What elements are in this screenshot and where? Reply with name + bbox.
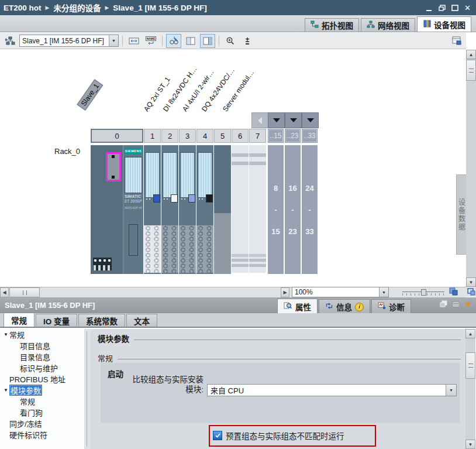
hscroll-thumb[interactable] (9, 287, 40, 297)
scroll-down-icon[interactable]: ▼ (466, 277, 476, 287)
slot-header-1[interactable]: 1 (144, 129, 161, 143)
scroll-left-icon[interactable]: ◀ (0, 287, 9, 297)
tree-item[interactable]: ▼模块参数 (0, 385, 84, 396)
breadcrumb-item[interactable]: 未分组的设备 (53, 2, 101, 13)
maximize-icon[interactable] (451, 5, 458, 11)
properties-sub-tab[interactable]: IO 变量 (36, 314, 77, 327)
restore-zoom-icon[interactable] (448, 286, 458, 297)
tree-item[interactable]: 硬件标识符 (0, 429, 84, 440)
fit-to-window-icon[interactable] (466, 287, 476, 297)
inspector-tab-properties[interactable]: 属性 (277, 299, 318, 314)
slot-group-header[interactable]: ..15 (268, 129, 284, 143)
io-module-slot4[interactable] (196, 145, 213, 274)
go-to-network-view-icon[interactable] (2, 34, 18, 48)
view-tab-network[interactable]: 网络视图 (361, 18, 415, 32)
module-led-block (181, 195, 187, 201)
expand-slot-group-icon[interactable] (302, 112, 319, 128)
vscroll-thumb[interactable] (465, 352, 475, 379)
scroll-down-icon[interactable]: ▼ (465, 440, 475, 449)
slot-group-column[interactable]: 16-23 (285, 145, 301, 274)
device-selector-dropdown[interactable]: Slave_1 [IM 155-6 DP HF] ▼ (19, 35, 119, 47)
empty-slot-6[interactable] (232, 145, 249, 273)
inspector-tab-label: 属性 (295, 301, 311, 313)
io-module-slot1[interactable] (144, 145, 161, 274)
io-module-slot3[interactable] (179, 145, 196, 274)
slot-group-header[interactable]: ..23 (285, 129, 301, 143)
slot-group-from: 24 (305, 184, 313, 193)
chevron-down-icon[interactable]: ▼ (379, 287, 388, 297)
vscroll-thumb[interactable] (466, 60, 476, 81)
show-names-icon[interactable]: NAME (143, 34, 158, 48)
save-window-layout-icon[interactable] (449, 34, 464, 48)
slot-header-2[interactable]: 2 (161, 129, 178, 143)
tree-expander-icon[interactable]: ▼ (2, 332, 9, 337)
slot-header-7[interactable]: 7 (249, 129, 266, 143)
compare-config-dropdown[interactable]: 来自 CPU ▼ (207, 384, 457, 396)
slot-group-from: 8 (274, 184, 278, 193)
module-label[interactable]: Slave_1 (77, 79, 103, 111)
slot-group-column[interactable]: 24-33 (302, 145, 318, 274)
inspector-tab-info[interactable]: 信息i (319, 299, 370, 314)
im-module-slot0[interactable]: SIEMENS SIMATIC ET 200SP IM155-6DP HF (91, 145, 143, 274)
tree-item[interactable]: 标识与维护 (0, 362, 84, 373)
tree-expander-icon[interactable]: ▼ (2, 388, 9, 393)
slot-header-5[interactable]: 5 (214, 129, 231, 143)
float-panel-icon[interactable] (440, 300, 447, 309)
scroll-up-icon[interactable]: ▲ (466, 50, 476, 59)
run-on-mismatch-checkbox[interactable] (213, 431, 222, 440)
compare-config-value: 来自 CPU (208, 385, 446, 396)
restore-icon[interactable] (438, 5, 446, 11)
tree-item[interactable]: PROFIBUS 地址 (0, 373, 84, 385)
show-labels-icon[interactable] (166, 34, 181, 48)
zoom-slider-thumb[interactable] (421, 289, 426, 296)
chevron-down-icon[interactable]: ▼ (109, 35, 118, 46)
properties-sub-tab[interactable]: 常规 (4, 313, 35, 327)
zoom-slider[interactable] (402, 289, 444, 295)
properties-sub-tab[interactable]: 文本 (126, 314, 157, 327)
scroll-right-icon[interactable]: ▶ (281, 287, 289, 297)
tree-item[interactable]: 看门狗 (0, 407, 84, 418)
empty-slot-5[interactable] (214, 145, 231, 274)
menu-list-icon[interactable] (452, 300, 460, 309)
view-tab-device[interactable]: 设备视图 (417, 16, 471, 32)
chevron-down-icon[interactable]: ▼ (446, 385, 456, 396)
collapse-slot-group-icon[interactable] (251, 112, 268, 128)
close-icon[interactable]: ✕ (464, 5, 471, 11)
slot-group-column[interactable]: 8-15 (268, 145, 284, 274)
im-slot-outline (129, 224, 138, 256)
slot-header-4[interactable]: 4 (196, 129, 213, 143)
properties-sub-tab[interactable]: 系统常数 (78, 314, 125, 327)
tree-item-label: 标识与维护 (20, 362, 58, 373)
profibus-connector[interactable] (106, 152, 121, 181)
view-tab-topology[interactable]: 拓扑视图 (305, 18, 359, 32)
tree-item[interactable]: 常规 (0, 396, 84, 407)
expand-slot-group-icon[interactable] (285, 112, 302, 128)
expand-slot-group-icon[interactable] (268, 112, 285, 128)
device-overview-columns-icon[interactable] (200, 34, 215, 48)
inspector-tab-diagnostics[interactable]: 诊断 (371, 299, 411, 314)
zoom-level-dropdown[interactable]: 100% ▼ (292, 287, 389, 297)
slot-header-0[interactable]: 0 (91, 129, 143, 143)
io-module-slot2[interactable] (161, 145, 178, 274)
properties-vscrollbar[interactable]: ▲ ▼ (465, 329, 475, 449)
collapse-panel-icon[interactable] (464, 303, 471, 307)
breadcrumb-item[interactable]: ET200 hot (4, 4, 42, 12)
show-addresses-icon[interactable] (126, 34, 142, 48)
tree-item[interactable]: 同步/冻结 (0, 418, 84, 429)
tree-item[interactable]: ▼常规 (0, 329, 84, 340)
device-data-side-tab[interactable]: 设备数据 (456, 174, 466, 255)
split-editor-icon[interactable] (183, 34, 198, 48)
minimize-icon[interactable] (425, 5, 433, 11)
zoom-presets-icon[interactable]: ± (240, 34, 255, 48)
slot-group-header[interactable]: ..33 (302, 129, 318, 143)
empty-slot-7[interactable] (249, 145, 266, 273)
zoom-icon[interactable] (223, 34, 238, 48)
scroll-up-icon[interactable]: ▲ (465, 329, 475, 338)
slot-header-6[interactable]: 6 (232, 129, 249, 143)
canvas-vscrollbar[interactable]: ▲ ▼ (466, 50, 476, 287)
slot-header-3[interactable]: 3 (179, 129, 196, 143)
breadcrumb-item[interactable]: Slave_1 [IM 155-6 DP HF] (113, 4, 206, 12)
tree-item[interactable]: 项目信息 (0, 340, 84, 351)
network-icon (367, 20, 375, 30)
tree-item[interactable]: 目录信息 (0, 351, 84, 362)
